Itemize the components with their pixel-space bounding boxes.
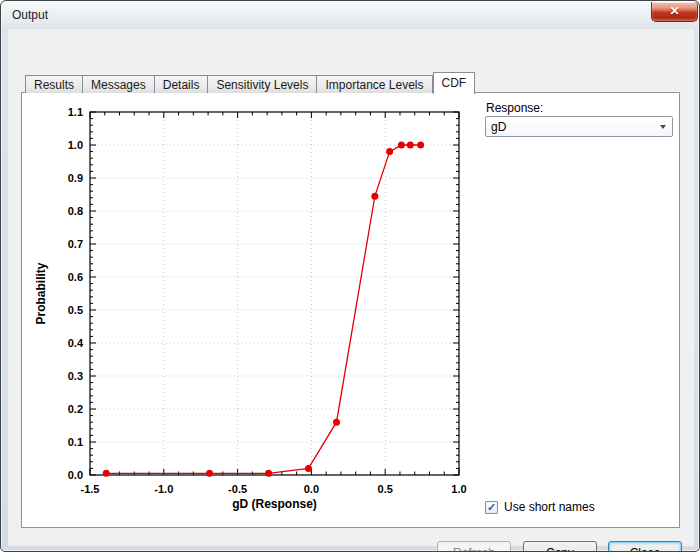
svg-text:0.3: 0.3	[68, 370, 83, 382]
svg-text:1.0: 1.0	[451, 483, 466, 495]
svg-text:0.9: 0.9	[68, 172, 83, 184]
svg-text:0.5: 0.5	[68, 304, 83, 316]
svg-text:-1.5: -1.5	[81, 483, 100, 495]
chevron-down-icon	[660, 125, 666, 129]
tab-results[interactable]: Results	[25, 75, 83, 93]
y-axis-label: Probability	[34, 262, 48, 324]
svg-text:0.1: 0.1	[68, 436, 83, 448]
svg-text:1.1: 1.1	[68, 106, 83, 118]
button-row: Refresh Copy Close	[8, 541, 694, 552]
close-button-bottom[interactable]: Close	[608, 541, 682, 552]
x-axis-label: gD (Response)	[232, 497, 317, 511]
response-dropdown[interactable]: gD	[485, 116, 673, 137]
svg-text:0.6: 0.6	[68, 271, 83, 283]
copy-button[interactable]: Copy	[523, 541, 597, 552]
data-point	[371, 193, 378, 200]
svg-text:-1.0: -1.0	[154, 483, 173, 495]
svg-text:0.4: 0.4	[68, 337, 84, 349]
dialog-client-area: Results Messages Details Sensitivity Lev…	[8, 29, 694, 546]
tab-details[interactable]: Details	[155, 75, 209, 93]
svg-text:0.5: 0.5	[378, 483, 393, 495]
svg-text:-0.5: -0.5	[228, 483, 247, 495]
cdf-chart: -1.5-1.0-0.50.00.51.00.00.10.20.30.40.50…	[28, 97, 468, 517]
data-point	[206, 470, 213, 477]
use-short-names-checkbox[interactable]: ✓ Use short names	[485, 500, 595, 514]
close-button[interactable]: ✕	[651, 2, 698, 22]
titlebar[interactable]: Output ✕	[1, 1, 699, 29]
window-title: Output	[12, 8, 48, 22]
refresh-button[interactable]: Refresh	[437, 541, 511, 552]
data-point	[103, 470, 110, 477]
tab-messages[interactable]: Messages	[83, 75, 155, 93]
data-point	[398, 142, 405, 149]
checkbox-check-icon: ✓	[485, 501, 498, 514]
data-point	[407, 142, 414, 149]
tab-importance-levels[interactable]: Importance Levels	[317, 75, 432, 93]
data-point	[386, 148, 393, 155]
checkbox-label: Use short names	[504, 500, 595, 514]
response-label: Response:	[486, 101, 543, 115]
tabstrip: Results Messages Details Sensitivity Lev…	[25, 71, 475, 93]
svg-text:0.2: 0.2	[68, 403, 83, 415]
svg-text:0.0: 0.0	[68, 469, 83, 481]
response-dropdown-value: gD	[491, 120, 506, 134]
data-point	[305, 465, 312, 472]
svg-text:0.0: 0.0	[304, 483, 319, 495]
svg-text:1.0: 1.0	[68, 139, 83, 151]
data-point	[333, 419, 340, 426]
tab-cdf[interactable]: CDF	[433, 72, 476, 94]
close-icon: ✕	[652, 2, 697, 21]
data-point	[417, 142, 424, 149]
tab-sensitivity-levels[interactable]: Sensitivity Levels	[208, 75, 317, 93]
svg-text:0.7: 0.7	[68, 238, 83, 250]
svg-text:0.8: 0.8	[68, 205, 83, 217]
data-point	[265, 470, 272, 477]
output-dialog: Output ✕ Results Messages Details Sensit…	[0, 0, 700, 552]
